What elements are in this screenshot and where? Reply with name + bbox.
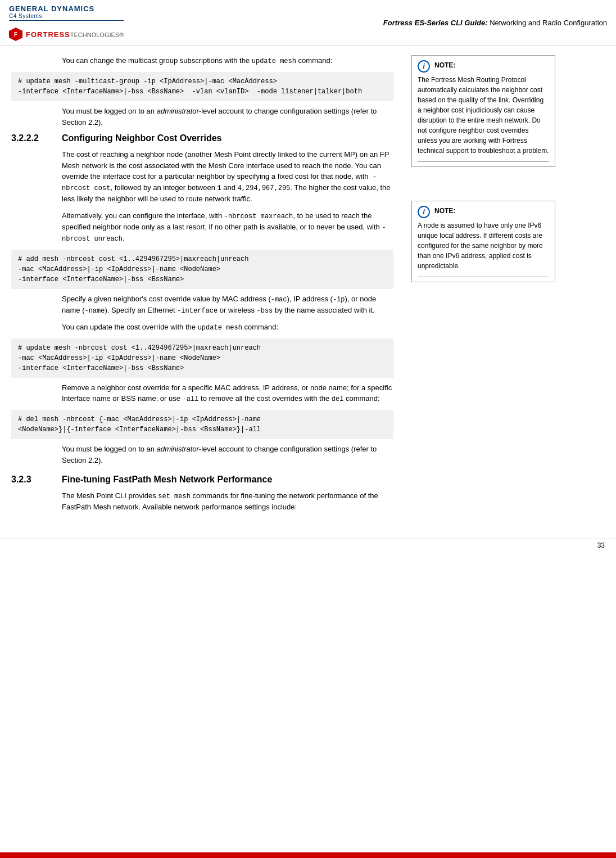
- code-block-3: # update mesh -nbrcost cost <1..42949672…: [11, 338, 393, 378]
- code-block-2: # add mesh -nbrcost cost <1..4294967295>…: [11, 250, 393, 289]
- note-box-1: i NOTE: The Fortress Mesh Routing Protoc…: [411, 55, 555, 167]
- page-header: GENERAL DYNAMICS C4 Systems F FORTRESSTE…: [0, 0, 616, 46]
- code-block-4: # del mesh -nbrcost {-mac <MacAddress>|-…: [11, 410, 393, 439]
- note-1-body: The Fortress Mesh Routing Protocol autom…: [418, 75, 549, 156]
- bottom-bar: [0, 852, 616, 858]
- section-322-para1: The cost of reaching a neighbor node (an…: [62, 149, 393, 205]
- section-322-para3: Specify a given neighbor's cost override…: [62, 293, 393, 316]
- main-content: You can change the multicast group subsc…: [0, 46, 405, 527]
- admin-note: You must be logged on to an administrato…: [62, 106, 393, 128]
- note-2-header: i NOTE:: [418, 206, 549, 218]
- section-322-para2: Alternatively, you can configure the int…: [62, 210, 393, 244]
- fortress-logo-text: FORTRESSTECHNOLOGIES®: [26, 30, 124, 39]
- logos: GENERAL DYNAMICS C4 Systems F FORTRESSTE…: [9, 4, 124, 41]
- gd-logo: GENERAL DYNAMICS C4 Systems: [9, 4, 124, 22]
- note-1-icon: i: [418, 60, 430, 73]
- gd-name: GENERAL DYNAMICS: [9, 4, 124, 13]
- content-wrapper: You can change the multicast group subsc…: [0, 46, 616, 527]
- fortress-icon: F: [9, 28, 22, 41]
- note-2-body: A node is assumed to have only one IPv6 …: [418, 220, 549, 271]
- section-323-para1: The Mesh Point CLI provides set mesh com…: [62, 490, 393, 513]
- sidebar: i NOTE: The Fortress Mesh Routing Protoc…: [405, 46, 562, 527]
- header-title: Fortress ES-Series CLI Guide: Networking…: [383, 19, 607, 27]
- fortress-logo: F FORTRESSTECHNOLOGIES®: [9, 28, 124, 41]
- section-322-heading: 3.2.2.2 Configuring Neighbor Cost Overri…: [11, 133, 393, 143]
- gd-sub: C4 Systems: [9, 13, 124, 19]
- section-322-para5: Remove a neighbor cost override for a sp…: [62, 382, 393, 405]
- note-box-2: i NOTE: A node is assumed to have only o…: [411, 201, 555, 282]
- page-number-row: 33: [0, 539, 616, 552]
- code-block-1: # update mesh -multicast-group -ip <IpAd…: [11, 72, 393, 101]
- section-323-heading: 3.2.3 Fine-tuning FastPath Mesh Network …: [11, 475, 393, 485]
- note-1-header: i NOTE:: [418, 60, 549, 73]
- section-322-para4: You can update the cost override with th…: [62, 322, 393, 333]
- admin-note-2: You must be logged on to an administrato…: [62, 444, 393, 466]
- page-number: 33: [597, 541, 605, 549]
- intro-paragraph: You can change the multicast group subsc…: [62, 55, 393, 66]
- note-2-icon: i: [418, 206, 430, 218]
